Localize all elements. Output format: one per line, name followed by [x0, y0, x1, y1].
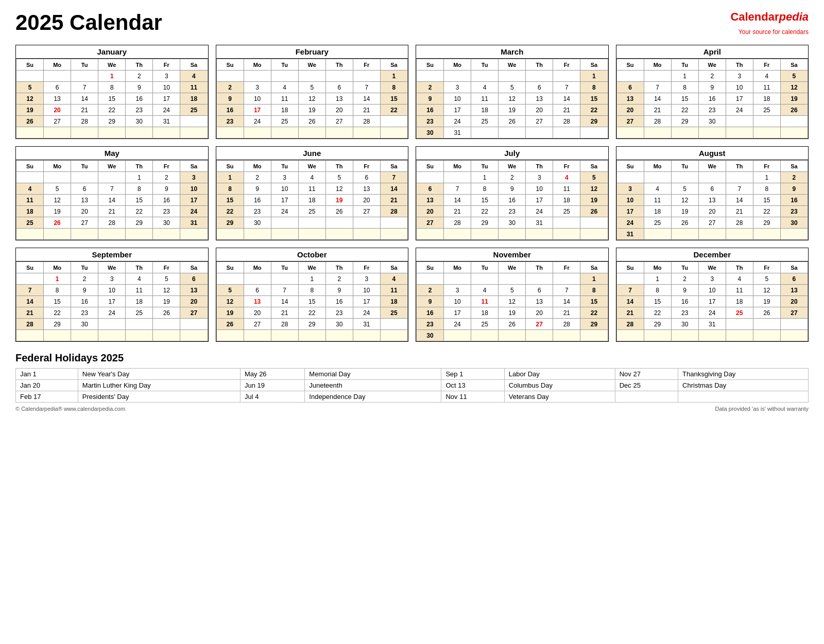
- cal-cell: 4: [726, 273, 753, 285]
- cal-cell: 25: [471, 116, 499, 127]
- cal-cell: 29: [98, 116, 126, 127]
- cal-cell: [698, 127, 726, 138]
- cal-cell: 28: [726, 217, 753, 229]
- cal-cell: 28: [553, 319, 580, 330]
- col-header-we: We: [499, 262, 526, 273]
- cal-cell: 17: [98, 296, 126, 307]
- col-header-mo: Mo: [244, 59, 271, 71]
- cal-cell: [526, 330, 553, 341]
- cal-cell: 10: [353, 285, 380, 296]
- cal-cell: [271, 217, 298, 229]
- cal-cell: 11: [644, 195, 671, 206]
- holiday-name: Columbus Day: [504, 380, 615, 391]
- cal-cell: 15: [471, 195, 499, 206]
- cal-cell: 16: [698, 93, 726, 105]
- cal-cell: [753, 330, 780, 341]
- cal-cell: 11: [16, 195, 44, 206]
- col-header-fr: Fr: [753, 262, 780, 273]
- cal-cell: 20: [180, 296, 208, 307]
- cal-cell: 22: [753, 206, 780, 217]
- cal-cell: 22: [580, 307, 608, 319]
- cal-cell: 25: [16, 217, 44, 229]
- cal-cell: [325, 229, 353, 240]
- cal-table: SuMoTuWeThFrSa12345678910111213141516171…: [616, 59, 809, 138]
- cal-cell: [644, 172, 671, 183]
- cal-cell: 25: [380, 307, 407, 319]
- cal-cell: [671, 330, 698, 341]
- cal-cell: 26: [780, 105, 808, 116]
- cal-cell: 15: [98, 93, 126, 105]
- cal-cell: [580, 217, 608, 229]
- cal-cell: 16: [153, 195, 180, 206]
- cal-cell: 18: [298, 195, 325, 206]
- col-header-su: Su: [16, 59, 44, 71]
- cal-table: SuMoTuWeThFrSa12345678910111213141516171…: [416, 59, 608, 138]
- cal-cell: 13: [353, 183, 380, 195]
- cal-cell: [325, 330, 353, 341]
- cal-cell: 21: [98, 206, 126, 217]
- cal-cell: 14: [726, 195, 753, 206]
- col-header-tu: Tu: [471, 262, 499, 273]
- cal-cell: 15: [753, 195, 780, 206]
- cal-cell: 5: [753, 273, 780, 285]
- cal-cell: 18: [471, 307, 499, 319]
- col-header-sa: Sa: [380, 59, 407, 71]
- cal-cell: 18: [753, 93, 780, 105]
- cal-cell: [298, 330, 325, 341]
- month-may: MaySuMoTuWeThFrSa12345678910111213141516…: [15, 146, 209, 240]
- holiday-date: Jan 1: [16, 369, 78, 380]
- cal-cell: 30: [153, 217, 180, 229]
- cal-cell: 21: [16, 307, 44, 319]
- cal-cell: [16, 172, 44, 183]
- cal-cell: [671, 127, 698, 138]
- month-title: November: [416, 248, 608, 262]
- cal-cell: 17: [698, 296, 726, 307]
- cal-cell: 9: [216, 93, 244, 105]
- cal-cell: 5: [499, 82, 526, 93]
- holiday-date: Jun 19: [240, 380, 304, 391]
- cal-cell: 5: [780, 71, 808, 82]
- cal-cell: [153, 330, 180, 341]
- cal-cell: 3: [353, 273, 380, 285]
- cal-cell: 27: [698, 217, 726, 229]
- col-header-fr: Fr: [153, 262, 180, 273]
- cal-cell: 12: [16, 93, 44, 105]
- col-header-mo: Mo: [444, 59, 471, 71]
- cal-cell: 8: [216, 183, 244, 195]
- cal-cell: 7: [553, 82, 580, 93]
- cal-cell: 25: [271, 116, 298, 127]
- cal-cell: [71, 229, 98, 240]
- cal-cell: 21: [271, 307, 298, 319]
- cal-cell: 17: [526, 195, 553, 206]
- cal-cell: [44, 127, 71, 138]
- cal-cell: 1: [580, 273, 608, 285]
- cal-cell: 18: [380, 296, 407, 307]
- cal-cell: 4: [471, 82, 499, 93]
- cal-cell: 17: [616, 206, 644, 217]
- cal-cell: [616, 273, 644, 285]
- cal-cell: [271, 127, 298, 138]
- cal-cell: 6: [616, 82, 644, 93]
- col-header-su: Su: [417, 161, 444, 172]
- cal-cell: [71, 127, 98, 138]
- cal-cell: 21: [444, 206, 471, 217]
- cal-cell: 26: [671, 217, 698, 229]
- cal-cell: 29: [298, 319, 325, 330]
- cal-cell: 7: [444, 183, 471, 195]
- cal-cell: 10: [444, 93, 471, 105]
- holiday-name: Presidents' Day: [78, 391, 240, 403]
- cal-cell: 13: [71, 195, 98, 206]
- cal-cell: 26: [44, 217, 71, 229]
- month-october: OctoberSuMoTuWeThFrSa1234567891011121314…: [216, 248, 409, 342]
- footer: © Calendarpedia® www.calendarpedia.com D…: [15, 406, 809, 412]
- col-header-we: We: [298, 161, 325, 172]
- cal-cell: 28: [271, 319, 298, 330]
- cal-cell: 18: [180, 93, 208, 105]
- cal-cell: 1: [644, 273, 671, 285]
- cal-cell: [271, 330, 298, 341]
- cal-cell: 17: [444, 105, 471, 116]
- cal-cell: [216, 273, 244, 285]
- col-header-we: We: [98, 59, 126, 71]
- cal-cell: 20: [71, 206, 98, 217]
- cal-cell: [16, 127, 44, 138]
